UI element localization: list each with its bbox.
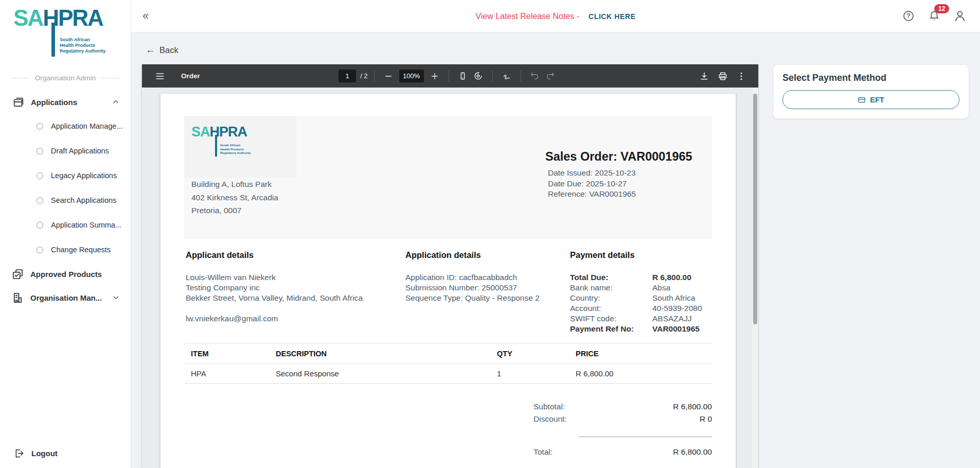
header-icons: ? 12 — [902, 9, 967, 23]
sidebar-item-search-applications[interactable]: Search Applications — [0, 188, 131, 213]
main-area: « View Latest Release Notes - CLICK HERE… — [131, 0, 980, 468]
top-header: « View Latest Release Notes - CLICK HERE… — [131, 0, 980, 32]
applications-icon — [13, 96, 24, 108]
logo-tagline: South African Health Products Regulatory… — [60, 37, 105, 54]
eft-card-icon — [858, 96, 866, 104]
radio-icon — [37, 197, 43, 204]
chevron-up-icon — [112, 98, 119, 106]
pdf-page: SAHPRA South African Health Products Reg… — [161, 94, 736, 468]
pdf-scrollbar-track — [752, 88, 758, 468]
radio-icon — [37, 172, 43, 179]
order-items-table: ITEM DESCRIPTION QTY PRICE HPA Second Re… — [184, 343, 712, 384]
svg-text:?: ? — [906, 12, 910, 20]
sidebar-item-approved-products[interactable]: Approved Products — [0, 262, 131, 286]
applicant-email: lw.vniekerkau@gmail.com — [186, 314, 402, 324]
release-notes-banner: View Latest Release Notes - CLICK HERE — [131, 0, 980, 32]
help-button[interactable]: ? — [902, 9, 915, 23]
logout-button[interactable]: Logout — [0, 438, 131, 468]
logo-stem — [51, 23, 55, 57]
back-button[interactable]: ← Back — [146, 44, 179, 56]
help-icon: ? — [902, 10, 915, 22]
print-button[interactable] — [715, 68, 730, 84]
account-button[interactable] — [953, 9, 967, 23]
page-count: / 2 — [360, 72, 367, 80]
sidebar-item-organisation-management[interactable]: Organisation Man... — [0, 286, 131, 309]
discount-row: Discount: R 0 — [533, 413, 712, 425]
download-button[interactable] — [697, 68, 712, 84]
totals-divider — [579, 437, 712, 437]
chevron-down-icon — [112, 294, 119, 301]
sidebar-section: Organisation Admin — [0, 74, 131, 82]
subtotal-row: Subtotal: R 6,800.00 — [533, 401, 712, 413]
document-header: SAHPRA South African Health Products Reg… — [184, 116, 712, 239]
document-address: Building A, Loftus Park 402 Kirkness St,… — [191, 178, 278, 217]
toolbar-menu-button[interactable] — [152, 68, 168, 84]
eft-payment-button[interactable]: EFT — [782, 90, 959, 109]
collapse-sidebar-button[interactable]: « — [142, 10, 149, 22]
payment-method-panel: Select Payment Method EFT — [773, 64, 969, 119]
sidebar-item-application-summary[interactable]: Application Summa... — [0, 213, 131, 237]
rotate-button[interactable] — [471, 68, 486, 84]
user-icon — [953, 9, 967, 23]
payment-panel-title: Select Payment Method — [782, 73, 959, 83]
payment-details: Payment details Total Due:R 6,800.00 Ban… — [570, 250, 719, 334]
pdf-viewer: Order / 2 100% — [142, 64, 758, 468]
sidebar-item-draft-applications[interactable]: Draft Applications — [0, 138, 131, 163]
sales-order-meta: Date Issued: 2025-10-23 Date Due: 2025-1… — [545, 168, 700, 200]
zoom-level[interactable]: 100% — [399, 70, 424, 82]
sidebar-item-change-requests[interactable]: Change Requests — [0, 237, 131, 262]
notification-badge: 12 — [934, 4, 949, 13]
pdf-title: Order — [181, 72, 200, 80]
release-notes-link[interactable]: CLICK HERE — [589, 12, 636, 21]
back-arrow-icon: ← — [146, 44, 155, 56]
page-number-input[interactable] — [338, 70, 356, 82]
sidebar-item-legacy-applications[interactable]: Legacy Applications — [0, 163, 131, 188]
applicant-details: Applicant details Louis-Willem van Nieke… — [186, 250, 402, 324]
zoom-out-button[interactable] — [381, 68, 396, 84]
section-label: Organisation Admin — [35, 74, 96, 82]
totals-block: Subtotal: R 6,800.00 Discount: R 0 Total… — [533, 401, 712, 458]
pdf-toolbar: Order / 2 100% — [142, 64, 758, 88]
pdf-canvas-area: SAHPRA South African Health Products Reg… — [142, 88, 758, 468]
redo-button[interactable] — [543, 68, 558, 84]
sidebar-item-label: Applications — [31, 98, 77, 107]
sales-order-block: Sales Order: VAR0001965 Date Issued: 202… — [545, 150, 700, 200]
logout-icon — [14, 448, 25, 459]
zoom-in-button[interactable] — [427, 68, 442, 84]
sidebar-item-application-management[interactable]: Application Manage... — [0, 114, 131, 138]
application-details: Application details Application ID: cacf… — [405, 250, 565, 303]
radio-icon — [37, 222, 43, 229]
organisation-icon — [12, 292, 24, 304]
radio-icon — [37, 148, 43, 154]
sahpra-wordmark: SAHPRA — [13, 5, 103, 31]
pdf-scrollbar-thumb[interactable] — [753, 94, 757, 324]
approved-products-icon — [12, 268, 24, 280]
notifications-button[interactable]: 12 — [928, 9, 941, 23]
annotate-button[interactable] — [499, 68, 514, 84]
sidebar-item-applications[interactable]: Applications — [0, 90, 131, 114]
undo-button[interactable] — [527, 68, 543, 84]
sidebar-nav: Applications Application Manage... Draft… — [0, 90, 131, 309]
fit-page-button[interactable] — [455, 68, 471, 84]
table-header-row: ITEM DESCRIPTION QTY PRICE — [184, 343, 712, 364]
document-details: Applicant details Louis-Willem van Nieke… — [161, 250, 736, 338]
radio-icon — [37, 123, 43, 130]
radio-icon — [37, 247, 43, 253]
sidebar: SAHPRA South African Health Products Reg… — [0, 0, 131, 468]
sales-order-title: Sales Order: VAR0001965 — [545, 150, 700, 164]
more-options-button[interactable] — [734, 68, 749, 84]
table-row: HPA Second Response 1 R 6,800.00 — [184, 364, 712, 384]
sahpra-logo: SAHPRA South African Health Products Reg… — [0, 0, 131, 68]
release-notes-text: View Latest Release Notes - — [475, 12, 579, 21]
total-row: Total: R 6,800.00 — [533, 446, 712, 458]
document-logo: SAHPRA South African Health Products Reg… — [184, 116, 296, 178]
